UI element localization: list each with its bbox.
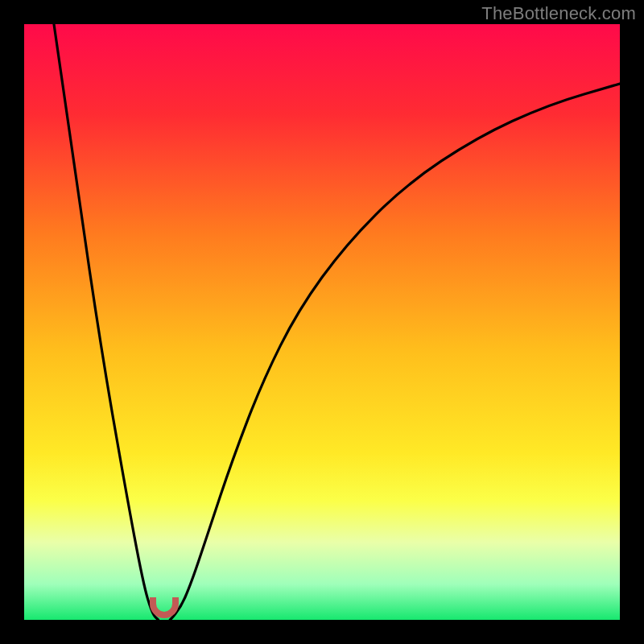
watermark-text: TheBottleneck.com [481,3,636,24]
chart-frame: TheBottleneck.com [0,0,644,644]
bottleneck-curve [24,24,620,620]
plot-area [24,24,620,620]
